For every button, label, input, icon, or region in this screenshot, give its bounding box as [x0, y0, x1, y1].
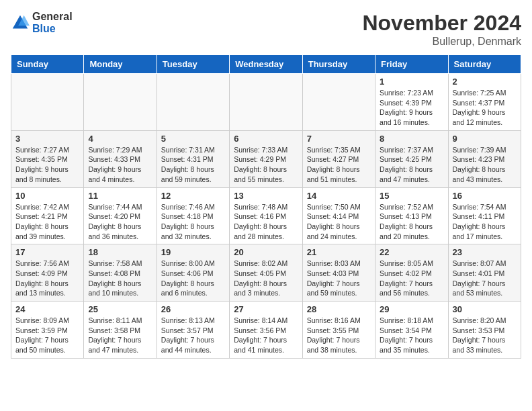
calendar-cell: 21Sunrise: 8:03 AMSunset: 4:03 PMDayligh…	[302, 244, 375, 302]
logo-text: General Blue	[32, 11, 73, 34]
day-info: Sunrise: 7:52 AMSunset: 4:13 PMDaylight:…	[380, 202, 443, 242]
logo-icon	[11, 13, 30, 32]
calendar-cell: 11Sunrise: 7:44 AMSunset: 4:20 PMDayligh…	[84, 187, 157, 244]
calendar-week-2: 3Sunrise: 7:27 AMSunset: 4:35 PMDaylight…	[11, 130, 521, 187]
location: Bullerup, Denmark	[362, 36, 521, 48]
calendar-week-1: 1Sunrise: 7:23 AMSunset: 4:39 PMDaylight…	[11, 74, 521, 131]
day-number: 9	[453, 134, 517, 144]
calendar-cell: 22Sunrise: 8:05 AMSunset: 4:02 PMDayligh…	[375, 244, 448, 302]
calendar-cell: 30Sunrise: 8:20 AMSunset: 3:53 PMDayligh…	[448, 302, 521, 359]
day-info: Sunrise: 8:02 AMSunset: 4:05 PMDaylight:…	[234, 259, 298, 298]
day-number: 1	[380, 77, 443, 87]
calendar-cell	[11, 74, 84, 131]
day-info: Sunrise: 8:05 AMSunset: 4:02 PMDaylight:…	[380, 259, 443, 298]
calendar-body: 1Sunrise: 7:23 AMSunset: 4:39 PMDaylight…	[11, 74, 521, 359]
page-header: General Blue November 2024 Bullerup, Den…	[11, 11, 521, 48]
calendar-cell: 14Sunrise: 7:50 AMSunset: 4:14 PMDayligh…	[302, 187, 375, 244]
calendar-week-4: 17Sunrise: 7:56 AMSunset: 4:09 PMDayligh…	[11, 244, 521, 302]
calendar-table: SundayMondayTuesdayWednesdayThursdayFrid…	[11, 54, 521, 359]
day-number: 6	[234, 134, 298, 144]
day-info: Sunrise: 7:46 AMSunset: 4:18 PMDaylight:…	[161, 202, 225, 242]
calendar-cell: 23Sunrise: 8:07 AMSunset: 4:01 PMDayligh…	[448, 244, 521, 302]
weekday-thursday: Thursday	[302, 55, 375, 74]
calendar-cell	[230, 74, 302, 131]
day-info: Sunrise: 7:27 AMSunset: 4:35 PMDaylight:…	[15, 145, 79, 185]
calendar-cell	[84, 74, 157, 131]
day-info: Sunrise: 7:42 AMSunset: 4:21 PMDaylight:…	[15, 202, 79, 242]
calendar-cell: 25Sunrise: 8:11 AMSunset: 3:58 PMDayligh…	[84, 302, 157, 359]
day-number: 23	[453, 247, 517, 257]
logo-general-text: General	[32, 11, 73, 23]
calendar-cell: 2Sunrise: 7:25 AMSunset: 4:37 PMDaylight…	[448, 74, 521, 131]
day-info: Sunrise: 8:18 AMSunset: 3:54 PMDaylight:…	[380, 316, 443, 355]
day-info: Sunrise: 7:31 AMSunset: 4:31 PMDaylight:…	[161, 145, 225, 185]
day-info: Sunrise: 8:11 AMSunset: 3:58 PMDaylight:…	[88, 316, 152, 355]
day-info: Sunrise: 7:37 AMSunset: 4:25 PMDaylight:…	[380, 145, 443, 185]
calendar-week-5: 24Sunrise: 8:09 AMSunset: 3:59 PMDayligh…	[11, 302, 521, 359]
day-info: Sunrise: 7:35 AMSunset: 4:27 PMDaylight:…	[307, 145, 371, 185]
calendar-cell: 24Sunrise: 8:09 AMSunset: 3:59 PMDayligh…	[11, 302, 84, 359]
logo-blue-text: Blue	[32, 23, 73, 35]
day-number: 5	[161, 134, 225, 144]
calendar-cell: 5Sunrise: 7:31 AMSunset: 4:31 PMDaylight…	[157, 130, 229, 187]
calendar-cell: 28Sunrise: 8:16 AMSunset: 3:55 PMDayligh…	[302, 302, 375, 359]
day-number: 16	[453, 191, 517, 201]
day-number: 29	[380, 304, 443, 314]
calendar-cell: 9Sunrise: 7:39 AMSunset: 4:23 PMDaylight…	[448, 130, 521, 187]
calendar-cell: 20Sunrise: 8:02 AMSunset: 4:05 PMDayligh…	[230, 244, 302, 302]
day-number: 15	[380, 191, 443, 201]
day-number: 3	[15, 134, 79, 144]
day-number: 19	[161, 247, 225, 257]
day-number: 18	[88, 247, 152, 257]
day-number: 4	[88, 134, 152, 144]
day-number: 22	[380, 247, 443, 257]
day-info: Sunrise: 8:03 AMSunset: 4:03 PMDaylight:…	[307, 259, 371, 298]
day-info: Sunrise: 7:39 AMSunset: 4:23 PMDaylight:…	[453, 145, 517, 185]
day-number: 26	[161, 304, 225, 314]
day-number: 30	[453, 304, 517, 314]
day-info: Sunrise: 7:44 AMSunset: 4:20 PMDaylight:…	[88, 202, 152, 242]
day-info: Sunrise: 8:14 AMSunset: 3:56 PMDaylight:…	[234, 316, 298, 355]
calendar-cell: 12Sunrise: 7:46 AMSunset: 4:18 PMDayligh…	[157, 187, 229, 244]
day-number: 12	[161, 191, 225, 201]
calendar-cell	[157, 74, 229, 131]
calendar-cell: 13Sunrise: 7:48 AMSunset: 4:16 PMDayligh…	[230, 187, 302, 244]
calendar-cell: 18Sunrise: 7:58 AMSunset: 4:08 PMDayligh…	[84, 244, 157, 302]
day-number: 17	[15, 247, 79, 257]
day-number: 27	[234, 304, 298, 314]
calendar-cell: 4Sunrise: 7:29 AMSunset: 4:33 PMDaylight…	[84, 130, 157, 187]
day-info: Sunrise: 7:23 AMSunset: 4:39 PMDaylight:…	[380, 88, 443, 128]
day-info: Sunrise: 8:16 AMSunset: 3:55 PMDaylight:…	[307, 316, 371, 355]
day-info: Sunrise: 7:50 AMSunset: 4:14 PMDaylight:…	[307, 202, 371, 242]
day-number: 11	[88, 191, 152, 201]
calendar-cell: 3Sunrise: 7:27 AMSunset: 4:35 PMDaylight…	[11, 130, 84, 187]
calendar-week-3: 10Sunrise: 7:42 AMSunset: 4:21 PMDayligh…	[11, 187, 521, 244]
day-number: 13	[234, 191, 298, 201]
calendar-cell: 15Sunrise: 7:52 AMSunset: 4:13 PMDayligh…	[375, 187, 448, 244]
day-number: 24	[15, 304, 79, 314]
month-title: November 2024	[362, 11, 521, 36]
weekday-wednesday: Wednesday	[230, 55, 302, 74]
weekday-saturday: Saturday	[448, 55, 521, 74]
day-number: 14	[307, 191, 371, 201]
weekday-friday: Friday	[375, 55, 448, 74]
day-info: Sunrise: 7:25 AMSunset: 4:37 PMDaylight:…	[453, 88, 517, 128]
weekday-header-row: SundayMondayTuesdayWednesdayThursdayFrid…	[11, 55, 521, 74]
calendar-cell: 1Sunrise: 7:23 AMSunset: 4:39 PMDaylight…	[375, 74, 448, 131]
weekday-tuesday: Tuesday	[157, 55, 229, 74]
day-number: 25	[88, 304, 152, 314]
day-number: 7	[307, 134, 371, 144]
day-info: Sunrise: 7:56 AMSunset: 4:09 PMDaylight:…	[15, 259, 79, 298]
day-info: Sunrise: 7:48 AMSunset: 4:16 PMDaylight:…	[234, 202, 298, 242]
day-info: Sunrise: 8:00 AMSunset: 4:06 PMDaylight:…	[161, 259, 225, 298]
day-number: 28	[307, 304, 371, 314]
day-number: 2	[453, 77, 517, 87]
weekday-monday: Monday	[84, 55, 157, 74]
day-number: 20	[234, 247, 298, 257]
calendar-cell: 10Sunrise: 7:42 AMSunset: 4:21 PMDayligh…	[11, 187, 84, 244]
day-number: 10	[15, 191, 79, 201]
weekday-sunday: Sunday	[11, 55, 84, 74]
calendar-cell: 17Sunrise: 7:56 AMSunset: 4:09 PMDayligh…	[11, 244, 84, 302]
day-info: Sunrise: 7:29 AMSunset: 4:33 PMDaylight:…	[88, 145, 152, 185]
day-number: 21	[307, 247, 371, 257]
